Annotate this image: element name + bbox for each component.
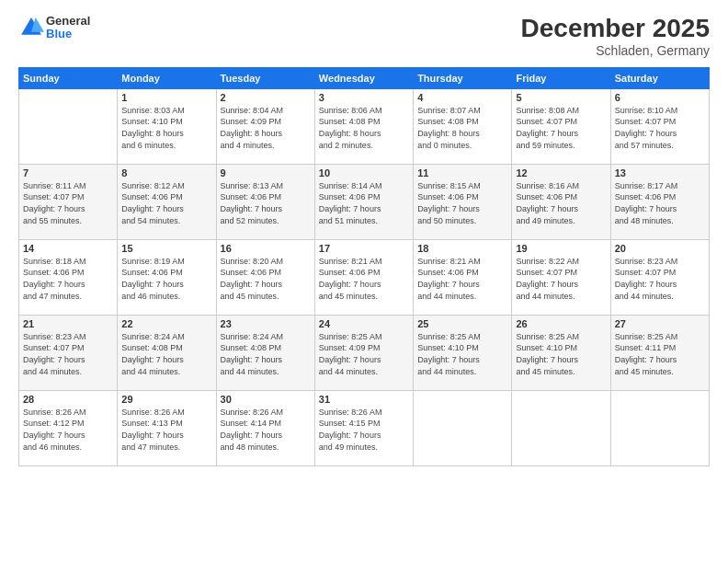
calendar-cell: 3Sunrise: 8:06 AMSunset: 4:08 PMDaylight…	[314, 88, 413, 164]
calendar-cell: 8Sunrise: 8:12 AMSunset: 4:06 PMDaylight…	[118, 164, 216, 239]
day-info: Sunrise: 8:19 AMSunset: 4:06 PMDaylight:…	[121, 256, 211, 302]
day-number: 17	[319, 243, 409, 254]
calendar-cell: 28Sunrise: 8:26 AMSunset: 4:12 PMDayligh…	[19, 390, 118, 465]
calendar-cell: 30Sunrise: 8:26 AMSunset: 4:14 PMDayligh…	[216, 390, 314, 465]
day-info: Sunrise: 8:15 AMSunset: 4:06 PMDaylight:…	[417, 180, 507, 226]
page: General Blue December 2025 Schladen, Ger…	[0, 0, 728, 563]
day-info: Sunrise: 8:25 AMSunset: 4:10 PMDaylight:…	[417, 331, 507, 377]
day-number: 24	[319, 318, 409, 329]
calendar-cell: 9Sunrise: 8:13 AMSunset: 4:06 PMDaylight…	[216, 164, 314, 239]
calendar-cell: 6Sunrise: 8:10 AMSunset: 4:07 PMDaylight…	[610, 88, 709, 164]
day-number: 23	[221, 318, 311, 329]
calendar-cell: 27Sunrise: 8:25 AMSunset: 4:11 PMDayligh…	[610, 315, 709, 390]
header: General Blue December 2025 Schladen, Ger…	[18, 15, 710, 58]
day-number: 12	[516, 167, 606, 178]
day-info: Sunrise: 8:17 AMSunset: 4:06 PMDaylight:…	[615, 180, 705, 226]
calendar-cell: 22Sunrise: 8:24 AMSunset: 4:08 PMDayligh…	[118, 315, 216, 390]
day-info: Sunrise: 8:12 AMSunset: 4:06 PMDaylight:…	[121, 180, 211, 226]
day-info: Sunrise: 8:23 AMSunset: 4:07 PMDaylight:…	[23, 331, 113, 377]
day-number: 11	[417, 167, 507, 178]
day-number: 1	[121, 92, 211, 103]
calendar-cell: 14Sunrise: 8:18 AMSunset: 4:06 PMDayligh…	[19, 239, 118, 315]
day-info: Sunrise: 8:16 AMSunset: 4:06 PMDaylight:…	[516, 180, 606, 226]
day-number: 7	[23, 167, 113, 178]
day-number: 5	[516, 92, 606, 103]
day-info: Sunrise: 8:26 AMSunset: 4:12 PMDaylight:…	[23, 407, 113, 453]
day-number: 18	[417, 243, 507, 254]
day-number: 10	[319, 167, 409, 178]
day-info: Sunrise: 8:21 AMSunset: 4:06 PMDaylight:…	[319, 256, 409, 302]
day-info: Sunrise: 8:08 AMSunset: 4:07 PMDaylight:…	[516, 105, 606, 151]
day-number: 22	[121, 318, 211, 329]
day-info: Sunrise: 8:23 AMSunset: 4:07 PMDaylight:…	[615, 256, 705, 302]
day-info: Sunrise: 8:10 AMSunset: 4:07 PMDaylight:…	[615, 105, 705, 151]
day-number: 14	[23, 243, 113, 254]
day-info: Sunrise: 8:24 AMSunset: 4:08 PMDaylight:…	[121, 331, 211, 377]
day-number: 30	[221, 394, 311, 405]
day-number: 4	[417, 92, 507, 103]
calendar-week-row: 21Sunrise: 8:23 AMSunset: 4:07 PMDayligh…	[19, 315, 710, 390]
column-header-sunday: Sunday	[19, 67, 118, 88]
day-info: Sunrise: 8:22 AMSunset: 4:07 PMDaylight:…	[516, 256, 606, 302]
day-number: 3	[319, 92, 409, 103]
column-header-saturday: Saturday	[610, 67, 709, 88]
day-number: 27	[615, 318, 705, 329]
logo-icon	[18, 15, 44, 40]
day-info: Sunrise: 8:26 AMSunset: 4:13 PMDaylight:…	[121, 407, 211, 453]
day-info: Sunrise: 8:25 AMSunset: 4:09 PMDaylight:…	[319, 331, 409, 377]
logo-general: General	[46, 15, 90, 28]
calendar-cell	[19, 88, 118, 164]
day-info: Sunrise: 8:25 AMSunset: 4:10 PMDaylight:…	[516, 331, 606, 377]
day-number: 8	[121, 167, 211, 178]
calendar-cell: 11Sunrise: 8:15 AMSunset: 4:06 PMDayligh…	[414, 164, 512, 239]
day-info: Sunrise: 8:14 AMSunset: 4:06 PMDaylight:…	[319, 180, 409, 226]
day-info: Sunrise: 8:18 AMSunset: 4:06 PMDaylight:…	[23, 256, 113, 302]
calendar-cell: 29Sunrise: 8:26 AMSunset: 4:13 PMDayligh…	[118, 390, 216, 465]
logo-blue: Blue	[46, 28, 90, 40]
column-header-thursday: Thursday	[414, 67, 512, 88]
calendar-cell: 5Sunrise: 8:08 AMSunset: 4:07 PMDaylight…	[512, 88, 610, 164]
calendar-cell: 19Sunrise: 8:22 AMSunset: 4:07 PMDayligh…	[512, 239, 610, 315]
calendar-cell: 12Sunrise: 8:16 AMSunset: 4:06 PMDayligh…	[512, 164, 610, 239]
day-info: Sunrise: 8:06 AMSunset: 4:08 PMDaylight:…	[319, 105, 409, 151]
day-number: 28	[23, 394, 113, 405]
calendar-cell: 26Sunrise: 8:25 AMSunset: 4:10 PMDayligh…	[512, 315, 610, 390]
calendar-cell	[512, 390, 610, 465]
calendar-cell: 18Sunrise: 8:21 AMSunset: 4:06 PMDayligh…	[414, 239, 512, 315]
calendar-cell: 1Sunrise: 8:03 AMSunset: 4:10 PMDaylight…	[118, 88, 216, 164]
day-info: Sunrise: 8:21 AMSunset: 4:06 PMDaylight:…	[417, 256, 507, 302]
day-number: 15	[121, 243, 211, 254]
column-header-friday: Friday	[512, 67, 610, 88]
logo: General Blue	[18, 15, 90, 41]
day-number: 31	[319, 394, 409, 405]
calendar-cell: 2Sunrise: 8:04 AMSunset: 4:09 PMDaylight…	[216, 88, 314, 164]
calendar-cell: 13Sunrise: 8:17 AMSunset: 4:06 PMDayligh…	[610, 164, 709, 239]
calendar-week-row: 14Sunrise: 8:18 AMSunset: 4:06 PMDayligh…	[19, 239, 710, 315]
calendar-cell: 10Sunrise: 8:14 AMSunset: 4:06 PMDayligh…	[314, 164, 413, 239]
calendar-cell: 20Sunrise: 8:23 AMSunset: 4:07 PMDayligh…	[610, 239, 709, 315]
calendar-table: SundayMondayTuesdayWednesdayThursdayFrid…	[18, 67, 710, 466]
column-header-tuesday: Tuesday	[216, 67, 314, 88]
calendar-cell: 16Sunrise: 8:20 AMSunset: 4:06 PMDayligh…	[216, 239, 314, 315]
day-info: Sunrise: 8:07 AMSunset: 4:08 PMDaylight:…	[417, 105, 507, 151]
day-number: 26	[516, 318, 606, 329]
day-number: 19	[516, 243, 606, 254]
column-header-wednesday: Wednesday	[314, 67, 413, 88]
day-number: 25	[417, 318, 507, 329]
day-number: 2	[221, 92, 311, 103]
calendar-week-row: 1Sunrise: 8:03 AMSunset: 4:10 PMDaylight…	[19, 88, 710, 164]
day-number: 9	[221, 167, 311, 178]
calendar-header-row: SundayMondayTuesdayWednesdayThursdayFrid…	[19, 67, 710, 88]
subtitle: Schladen, Germany	[521, 43, 710, 58]
calendar-cell: 21Sunrise: 8:23 AMSunset: 4:07 PMDayligh…	[19, 315, 118, 390]
day-info: Sunrise: 8:26 AMSunset: 4:15 PMDaylight:…	[319, 407, 409, 453]
day-info: Sunrise: 8:26 AMSunset: 4:14 PMDaylight:…	[221, 407, 311, 453]
day-info: Sunrise: 8:20 AMSunset: 4:06 PMDaylight:…	[221, 256, 311, 302]
day-info: Sunrise: 8:03 AMSunset: 4:10 PMDaylight:…	[121, 105, 211, 151]
calendar-cell: 23Sunrise: 8:24 AMSunset: 4:08 PMDayligh…	[216, 315, 314, 390]
column-header-monday: Monday	[118, 67, 216, 88]
day-number: 16	[221, 243, 311, 254]
title-section: December 2025 Schladen, Germany	[521, 15, 710, 58]
day-info: Sunrise: 8:24 AMSunset: 4:08 PMDaylight:…	[221, 331, 311, 377]
day-number: 13	[615, 167, 705, 178]
